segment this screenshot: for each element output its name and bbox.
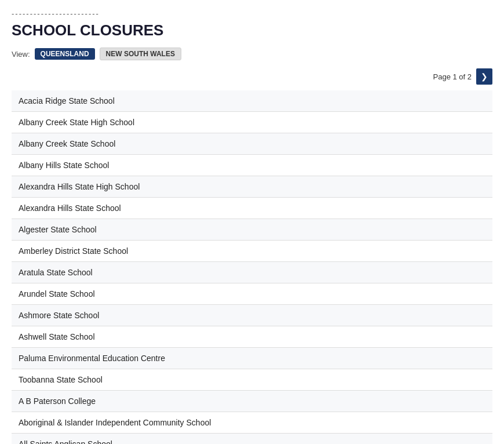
school-name: Toobanna State School: [12, 369, 492, 391]
table-row: Acacia Ridge State School: [12, 90, 492, 112]
school-name: A B Paterson College: [12, 391, 492, 412]
table-row: Albany Hills State School: [12, 155, 492, 176]
table-row: Alexandra Hills State School: [12, 198, 492, 219]
school-name: Acacia Ridge State School: [12, 90, 492, 112]
nsw-button[interactable]: NEW SOUTH WALES: [100, 48, 181, 60]
school-name: Albany Creek State School: [12, 133, 492, 155]
table-row: Aboriginal & Islander Independent Commun…: [12, 412, 492, 434]
table-row: Amberley District State School: [12, 241, 492, 262]
school-name: Algester State School: [12, 219, 492, 241]
table-row: All Saints Anglican School: [12, 434, 492, 445]
view-label: View:: [12, 50, 30, 59]
table-row: A B Paterson College: [12, 391, 492, 412]
next-page-button[interactable]: ❯: [476, 68, 492, 85]
table-row: Paluma Environmental Education Centre: [12, 348, 492, 369]
table-row: Albany Creek State School: [12, 133, 492, 155]
table-row: Alexandra Hills State High School: [12, 176, 492, 198]
school-name: Arundel State School: [12, 283, 492, 305]
pagination-row: Page 1 of 2 ❯: [12, 68, 492, 85]
school-list: Acacia Ridge State SchoolAlbany Creek St…: [12, 90, 492, 444]
school-name: Aboriginal & Islander Independent Commun…: [12, 412, 492, 434]
school-name: Ashmore State School: [12, 305, 492, 326]
school-name: Alexandra Hills State High School: [12, 176, 492, 198]
table-row: Albany Creek State High School: [12, 112, 492, 133]
school-name: Paluma Environmental Education Centre: [12, 348, 492, 369]
school-name: Aratula State School: [12, 262, 492, 283]
table-row: Ashmore State School: [12, 305, 492, 326]
school-name: Albany Creek State High School: [12, 112, 492, 133]
divider-line: ------------------------: [12, 9, 492, 18]
page-title: SCHOOL CLOSURES: [12, 21, 492, 39]
school-name: Ashwell State School: [12, 326, 492, 348]
school-name: Albany Hills State School: [12, 155, 492, 176]
school-name: All Saints Anglican School: [12, 434, 492, 445]
queensland-button[interactable]: QUEENSLAND: [35, 48, 95, 60]
table-row: Toobanna State School: [12, 369, 492, 391]
table-row: Arundel State School: [12, 283, 492, 305]
table-row: Aratula State School: [12, 262, 492, 283]
view-selector: View: QUEENSLAND NEW SOUTH WALES: [12, 48, 492, 60]
table-row: Ashwell State School: [12, 326, 492, 348]
school-name: Alexandra Hills State School: [12, 198, 492, 219]
pagination-text: Page 1 of 2: [433, 72, 472, 81]
school-name: Amberley District State School: [12, 241, 492, 262]
table-row: Algester State School: [12, 219, 492, 241]
